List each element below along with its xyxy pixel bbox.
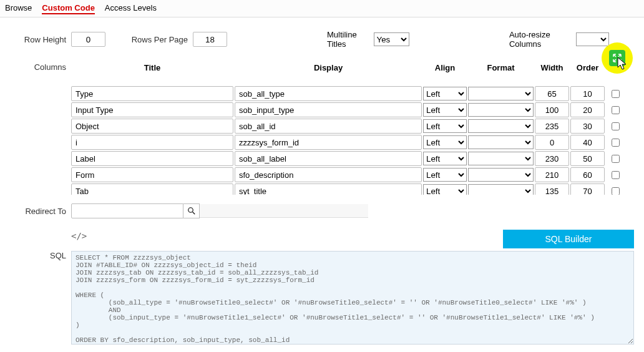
cell-select-checkbox[interactable]: [612, 187, 620, 195]
col-header-title: Title: [71, 62, 233, 74]
cell-format-select[interactable]: [468, 103, 534, 117]
cell-order-input[interactable]: [570, 102, 605, 117]
cell-title-input[interactable]: [71, 167, 233, 182]
cell-format-select[interactable]: [468, 87, 534, 100]
cell-format-select[interactable]: [468, 135, 534, 149]
cell-title-input[interactable]: [71, 183, 233, 195]
table-row: Left: [71, 134, 623, 150]
cell-width-input[interactable]: [535, 183, 569, 195]
redirect-to-input[interactable]: [71, 203, 183, 218]
tab-bar: Browse Custom Code Access Levels: [0, 0, 644, 17]
cell-width-input[interactable]: [535, 102, 569, 117]
cell-order-input[interactable]: [570, 183, 605, 195]
cell-select-checkbox[interactable]: [612, 90, 620, 98]
table-row: Left: [71, 183, 623, 195]
cell-width-input[interactable]: [535, 151, 569, 166]
col-header-width: Width: [535, 62, 569, 74]
svg-point-0: [188, 208, 193, 213]
cell-select-checkbox[interactable]: [612, 155, 620, 163]
cell-display-input[interactable]: [235, 135, 422, 150]
cell-width-input[interactable]: [535, 119, 569, 134]
table-row: Left: [71, 150, 623, 167]
search-icon: [188, 207, 195, 215]
cell-title-input[interactable]: [71, 151, 233, 166]
redirect-to-label: Redirect To: [10, 207, 71, 216]
columns-label: Columns: [10, 61, 71, 195]
cell-align-select[interactable]: Left: [423, 184, 467, 195]
cursor-pointer-icon: [617, 56, 628, 70]
cell-align-select[interactable]: Left: [423, 152, 467, 165]
cell-display-input[interactable]: [235, 86, 422, 101]
columns-grid: Title Display Align Format Width Order L…: [71, 61, 634, 195]
auto-resize-select[interactable]: [576, 32, 609, 46]
cell-order-input[interactable]: [570, 135, 605, 150]
cell-display-input[interactable]: [235, 119, 422, 134]
svg-line-1: [192, 212, 195, 215]
table-row: Left: [71, 167, 623, 183]
cell-order-input[interactable]: [570, 119, 605, 134]
col-header-align: Align: [423, 62, 467, 74]
cell-format-select[interactable]: [468, 119, 534, 133]
cell-width-input[interactable]: [535, 135, 569, 150]
columns-header-row: Title Display Align Format Width Order: [71, 61, 634, 74]
cell-align-select[interactable]: Left: [423, 135, 467, 149]
multiline-titles-select[interactable]: Yes: [374, 32, 409, 46]
cell-select-checkbox[interactable]: [612, 139, 620, 147]
cell-align-select[interactable]: Left: [423, 119, 467, 133]
tab-access-levels[interactable]: Access Levels: [105, 2, 157, 14]
cell-align-select[interactable]: Left: [423, 103, 467, 117]
cell-format-select[interactable]: [468, 184, 534, 195]
cell-format-select[interactable]: [468, 152, 534, 165]
cell-align-select[interactable]: Left: [423, 87, 467, 100]
col-header-format: Format: [468, 62, 534, 74]
sql-builder-button[interactable]: SQL Builder: [503, 230, 634, 248]
tab-custom-code[interactable]: Custom Code: [42, 2, 95, 14]
table-row: Left: [71, 102, 623, 118]
sql-label: SQL: [10, 230, 71, 346]
cell-display-input[interactable]: [235, 102, 422, 117]
cell-title-input[interactable]: [71, 135, 233, 150]
sql-textarea[interactable]: [71, 251, 634, 345]
table-row: Left: [71, 86, 623, 102]
rows-per-page-input[interactable]: [193, 32, 227, 47]
columns-body-scroll[interactable]: LeftLeftLeftLeftLeftLeftLeft: [71, 86, 623, 195]
table-row: Left: [71, 118, 623, 134]
cell-align-select[interactable]: Left: [423, 168, 467, 182]
cell-order-input[interactable]: [570, 86, 605, 101]
multiline-titles-label: Multiline Titles: [327, 30, 374, 49]
redirect-lookup-button[interactable]: [183, 203, 200, 218]
cell-title-input[interactable]: [71, 102, 233, 117]
row-height-input[interactable]: [71, 32, 105, 47]
cell-width-input[interactable]: [535, 86, 569, 101]
cell-title-input[interactable]: [71, 119, 233, 134]
cell-select-checkbox[interactable]: [612, 171, 620, 179]
cell-display-input[interactable]: [235, 183, 422, 195]
cell-title-input[interactable]: [71, 86, 233, 101]
redirect-description: [200, 204, 368, 218]
col-header-display: Display: [235, 62, 422, 74]
action-highlight-circle: [602, 42, 633, 74]
cell-order-input[interactable]: [570, 167, 605, 182]
cell-order-input[interactable]: [570, 151, 605, 166]
cell-display-input[interactable]: [235, 167, 422, 182]
rows-per-page-label: Rows Per Page: [130, 35, 193, 44]
cell-format-select[interactable]: [468, 168, 534, 182]
row-height-label: Row Height: [10, 35, 71, 44]
code-icon: </>: [71, 230, 87, 245]
settings-row: Row Height Rows Per Page Multiline Title…: [10, 30, 634, 49]
auto-resize-label: Auto-resize Columns: [509, 30, 576, 49]
cell-display-input[interactable]: [235, 151, 422, 166]
col-header-order: Order: [570, 62, 605, 74]
cell-select-checkbox[interactable]: [612, 106, 620, 114]
cell-select-checkbox[interactable]: [612, 122, 620, 130]
cell-width-input[interactable]: [535, 167, 569, 182]
tab-browse[interactable]: Browse: [5, 2, 32, 14]
